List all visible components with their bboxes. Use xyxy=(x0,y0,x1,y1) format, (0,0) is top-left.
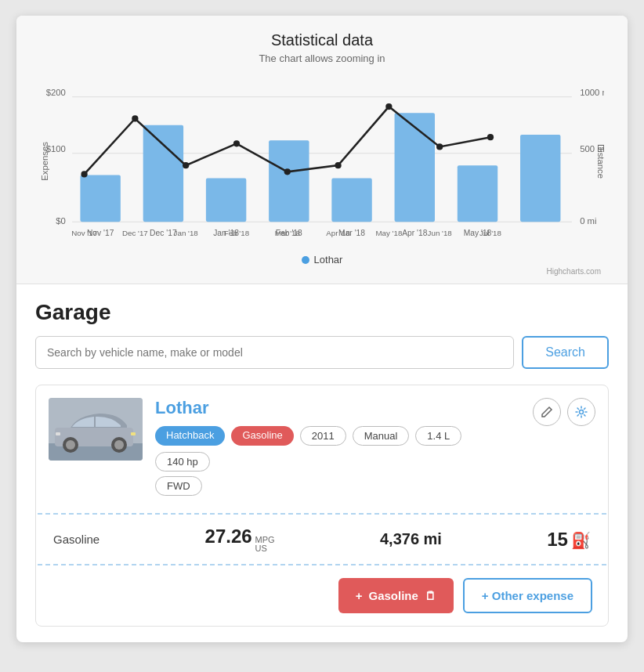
svg-point-50 xyxy=(114,440,124,450)
vehicle-info: Lothar Hatchback Gasoline 2011 Manual 1.… xyxy=(155,398,520,500)
add-gasoline-button[interactable]: + Gasoline 🗒 xyxy=(338,578,454,613)
garage-title: Garage xyxy=(35,300,609,325)
svg-text:Jan '18: Jan '18 xyxy=(174,229,198,237)
svg-rect-12 xyxy=(143,125,183,222)
gasoline-label: Gasoline xyxy=(369,589,418,602)
chart-legend: Lothar xyxy=(40,254,604,266)
vehicle-actions xyxy=(533,398,595,426)
legend-label: Lothar xyxy=(314,254,343,266)
pump-icon: ⛽ xyxy=(571,531,591,550)
gasoline-icon: 🗒 xyxy=(425,589,436,602)
plus-icon-gasoline: + xyxy=(356,589,363,602)
main-card: Statistical data The chart allows zoomin… xyxy=(16,16,628,642)
svg-text:$0: $0 xyxy=(56,216,66,226)
svg-text:1000 mi: 1000 mi xyxy=(580,88,604,97)
svg-text:Jul '18: Jul '18 xyxy=(479,229,501,237)
stat-fill-number: 15 xyxy=(547,529,568,551)
svg-text:Dec '17: Dec '17 xyxy=(122,229,148,237)
vehicle-name: Lothar xyxy=(155,398,520,418)
svg-text:Mar '18: Mar '18 xyxy=(275,229,300,237)
chart-title: Statistical data xyxy=(40,31,604,49)
edit-button[interactable] xyxy=(533,398,561,426)
gear-icon xyxy=(575,406,588,418)
svg-text:Apr '18: Apr '18 xyxy=(326,229,350,237)
stat-fillcount: 15 ⛽ xyxy=(547,529,591,551)
tag-drivetrain: FWD xyxy=(155,476,202,496)
tag-engine: 1.4 L xyxy=(415,426,461,446)
svg-rect-16 xyxy=(395,113,435,222)
stat-mpg-value: 27.26 xyxy=(205,526,252,547)
vehicle-header: Lothar Hatchback Gasoline 2011 Manual 1.… xyxy=(36,385,608,513)
stat-mpg-unit: MPGUS xyxy=(255,536,275,553)
svg-point-33 xyxy=(436,143,443,150)
svg-text:Distance: Distance xyxy=(596,144,604,179)
tag-year: 2011 xyxy=(300,426,346,446)
chart-section: Statistical data The chart allows zoomin… xyxy=(16,16,628,284)
svg-text:$200: $200 xyxy=(46,88,66,97)
chart-subtitle: The chart allows zooming in xyxy=(40,52,604,64)
search-input[interactable] xyxy=(35,336,514,369)
tag-transmission: Manual xyxy=(353,426,410,446)
search-button[interactable]: Search xyxy=(522,336,609,369)
other-expense-label: + Other expense xyxy=(482,589,573,602)
chart-svg: $200 $100 $0 1000 mi 500 mi 0 mi Expense… xyxy=(40,75,604,247)
svg-rect-51 xyxy=(131,432,136,435)
tag-hp: 140 hp xyxy=(155,452,210,471)
highcharts-credit: Highcharts.com xyxy=(40,267,604,276)
svg-rect-11 xyxy=(80,175,120,222)
svg-point-26 xyxy=(81,171,87,177)
stat-fuel-label: Gasoline xyxy=(53,533,99,546)
tag-gasoline: Gasoline xyxy=(231,426,293,446)
svg-text:Jun '18: Jun '18 xyxy=(428,229,452,237)
stats-row: Gasoline 27.26 MPGUS 4,376 mi 15 ⛽ xyxy=(38,513,606,565)
action-row: + Gasoline 🗒 + Other expense xyxy=(36,565,608,626)
svg-text:Nov '17: Nov '17 xyxy=(71,229,97,237)
vehicle-tags-row2: FWD xyxy=(155,476,520,496)
svg-point-53 xyxy=(580,410,584,414)
stat-distance: 4,376 mi xyxy=(380,530,442,548)
svg-rect-17 xyxy=(458,165,497,222)
vehicle-tags: Hatchback Gasoline 2011 Manual 1.4 L 140… xyxy=(155,426,520,471)
car-illustration xyxy=(49,398,143,461)
svg-text:May '18: May '18 xyxy=(375,229,402,237)
garage-section: Garage Search xyxy=(16,284,628,627)
svg-point-28 xyxy=(183,162,189,168)
svg-text:Feb '18: Feb '18 xyxy=(224,229,249,237)
vehicle-image xyxy=(49,398,143,461)
svg-point-48 xyxy=(66,440,75,450)
svg-text:Apr '18: Apr '18 xyxy=(402,229,427,237)
tag-hatchback: Hatchback xyxy=(155,426,225,446)
settings-button[interactable] xyxy=(567,398,595,426)
svg-point-31 xyxy=(335,162,341,168)
svg-point-27 xyxy=(132,115,138,121)
svg-rect-18 xyxy=(520,135,560,222)
svg-rect-13 xyxy=(206,179,246,222)
svg-point-30 xyxy=(284,168,291,175)
bottom-spacer xyxy=(16,627,628,642)
svg-rect-52 xyxy=(56,432,60,435)
search-row: Search xyxy=(35,336,609,369)
svg-rect-15 xyxy=(331,179,371,222)
legend-dot xyxy=(302,256,309,264)
svg-point-34 xyxy=(487,134,494,140)
chart-container: $200 $100 $0 1000 mi 500 mi 0 mi Expense… xyxy=(40,75,604,247)
edit-icon xyxy=(541,406,553,418)
svg-text:Expenses: Expenses xyxy=(40,142,49,181)
svg-point-32 xyxy=(385,103,392,110)
add-other-expense-button[interactable]: + Other expense xyxy=(463,578,592,613)
svg-text:0 mi: 0 mi xyxy=(580,216,596,226)
vehicle-card: Lothar Hatchback Gasoline 2011 Manual 1.… xyxy=(35,385,609,627)
stat-mpg: 27.26 MPGUS xyxy=(205,526,275,553)
svg-rect-14 xyxy=(269,140,309,222)
svg-point-29 xyxy=(233,140,240,146)
